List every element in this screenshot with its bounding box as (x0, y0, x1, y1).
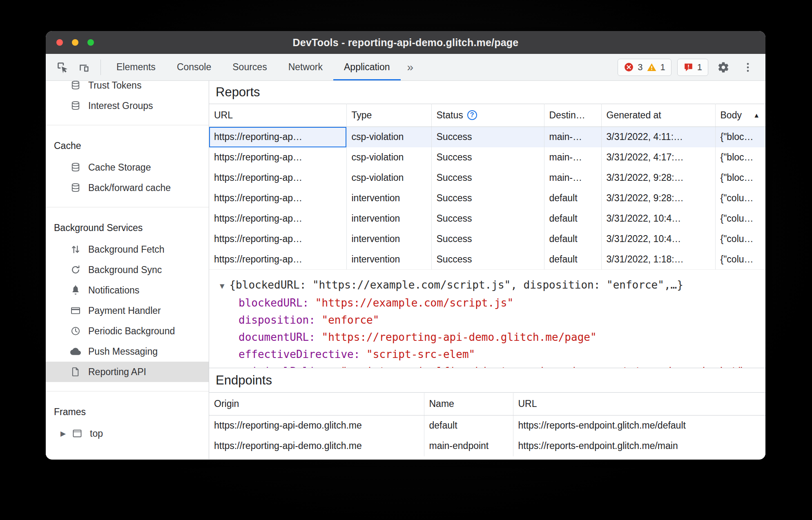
sidebar-item-label: top (90, 428, 103, 439)
report-generated-cell[interactable]: 3/31/2022, 4:11:… (601, 127, 715, 147)
report-status-cell[interactable]: Success (431, 229, 544, 249)
reports-col-status[interactable]: Status? (431, 104, 544, 127)
more-tabs-button[interactable]: » (401, 54, 420, 80)
report-type-cell[interactable]: intervention (346, 249, 431, 270)
window-minimize-button[interactable] (72, 39, 78, 46)
report-body-cell[interactable]: {"bloc… (715, 168, 765, 188)
issues-badge[interactable]: 1 (677, 59, 708, 76)
report-generated-cell[interactable]: 3/31/2022, 1:18:… (601, 249, 715, 270)
report-status-cell[interactable]: Success (431, 147, 544, 168)
sidebar-item-periodic-background[interactable]: Periodic Background (46, 321, 209, 341)
report-url-cell[interactable]: https://reporting-ap… (209, 188, 346, 209)
report-type-cell[interactable]: csp-violation (346, 147, 431, 168)
device-toolbar-icon[interactable] (74, 58, 93, 77)
sidebar-item-payment-handler[interactable]: Payment Handler (46, 300, 209, 321)
sidebar-item-background-fetch[interactable]: Background Fetch (46, 239, 209, 260)
report-status-cell[interactable]: Success (431, 209, 544, 229)
report-status-cell[interactable]: Success (431, 249, 544, 270)
report-generated-cell[interactable]: 3/31/2022, 10:4… (601, 229, 715, 249)
sidebar-item-label: Trust Tokens (88, 81, 141, 91)
report-destination-cell[interactable]: main-… (544, 127, 601, 147)
report-body-cell[interactable]: {"bloc… (715, 127, 765, 147)
sidebar-item-label: Background Sync (88, 264, 162, 276)
tab-console[interactable]: Console (166, 54, 222, 80)
help-icon[interactable]: ? (467, 110, 477, 120)
reports-col-destin[interactable]: Destin… (544, 104, 601, 127)
settings-gear-icon[interactable] (714, 58, 733, 77)
reports-col-url[interactable]: URL (209, 104, 346, 127)
report-row[interactable]: https://reporting-ap…csp-violationSucces… (209, 127, 765, 147)
report-body-cell[interactable]: {"colu… (715, 209, 765, 229)
sidebar-item-notifications[interactable]: Notifications (46, 280, 209, 300)
window-zoom-button[interactable] (87, 39, 94, 46)
report-destination-cell[interactable]: main-… (544, 168, 601, 188)
report-type-cell[interactable]: csp-violation (346, 168, 431, 188)
report-body-cell[interactable]: {"bloc… (715, 147, 765, 168)
sidebar-item-top[interactable]: ▶top (46, 423, 209, 444)
report-body-cell[interactable]: {"colu… (715, 188, 765, 209)
sidebar-item-label: Cache Storage (88, 162, 151, 173)
tab-sources[interactable]: Sources (222, 54, 277, 80)
report-url-cell[interactable]: https://reporting-ap… (209, 249, 346, 270)
window-close-button[interactable] (56, 39, 63, 46)
report-status-cell[interactable]: Success (431, 127, 544, 147)
expand-triangle-icon[interactable]: ▶ (60, 429, 69, 438)
report-generated-cell[interactable]: 3/31/2022, 9:28:… (601, 168, 715, 188)
sidebar-item-reporting-api[interactable]: Reporting API (46, 362, 209, 382)
devtools-window: DevTools - reporting-api-demo.glitch.me/… (46, 31, 765, 460)
report-url-cell[interactable]: https://reporting-ap… (209, 229, 346, 249)
report-type-cell[interactable]: csp-violation (346, 127, 431, 147)
sidebar-item-back-forward-cache[interactable]: Back/forward cache (46, 178, 209, 198)
collapse-expander-icon[interactable]: ▼ (220, 281, 224, 290)
kebab-menu-icon[interactable] (738, 58, 757, 77)
sidebar-list: Trust TokensInterest GroupsCacheCache St… (46, 81, 209, 444)
json-value: "https://reporting-api-demo.glitch.me/pa… (322, 331, 597, 343)
report-url-cell[interactable]: https://reporting-ap… (209, 168, 346, 188)
report-generated-cell[interactable]: 3/31/2022, 10:4… (601, 209, 715, 229)
inspect-element-icon[interactable] (53, 58, 72, 77)
reports-col-type[interactable]: Type (346, 104, 431, 127)
report-destination-cell[interactable]: default (544, 209, 601, 229)
report-row[interactable]: https://reporting-ap…interventionSuccess… (209, 209, 765, 229)
sidebar-item-interest-groups[interactable]: Interest Groups (46, 96, 209, 116)
console-status-badges[interactable]: 3 1 (618, 59, 671, 76)
report-destination-cell[interactable]: default (544, 188, 601, 209)
report-generated-cell[interactable]: 3/31/2022, 4:17:… (601, 147, 715, 168)
report-type-cell[interactable]: intervention (346, 209, 431, 229)
sidebar-item-label: Background Fetch (88, 244, 165, 255)
report-type-cell[interactable]: intervention (346, 229, 431, 249)
report-row[interactable]: https://reporting-ap…interventionSuccess… (209, 229, 765, 249)
report-url-cell[interactable]: https://reporting-ap… (209, 209, 346, 229)
endpoints-col-name[interactable]: Name (424, 393, 513, 416)
report-destination-cell[interactable]: default (544, 229, 601, 249)
report-row[interactable]: https://reporting-ap…interventionSuccess… (209, 188, 765, 209)
report-status-cell[interactable]: Success (431, 188, 544, 209)
tab-network[interactable]: Network (278, 54, 333, 80)
endpoints-col-origin[interactable]: Origin (209, 393, 424, 416)
sidebar-item-trust-tokens[interactable]: Trust Tokens (46, 81, 209, 96)
sidebar-item-cache-storage[interactable]: Cache Storage (46, 157, 209, 178)
warning-count: 1 (660, 62, 665, 73)
report-body-cell[interactable]: {"colu… (715, 249, 765, 270)
report-body-cell[interactable]: {"colu… (715, 229, 765, 249)
report-destination-cell[interactable]: default (544, 249, 601, 270)
report-row[interactable]: https://reporting-ap…csp-violationSucces… (209, 147, 765, 168)
tab-application[interactable]: Application (333, 54, 401, 80)
report-row[interactable]: https://reporting-ap…csp-violationSucces… (209, 168, 765, 188)
cloud-icon (70, 346, 81, 357)
sidebar-item-background-sync[interactable]: Background Sync (46, 260, 209, 280)
reports-col-generated-at[interactable]: Generated at (601, 104, 715, 127)
endpoints-col-url[interactable]: URL (513, 393, 765, 416)
sidebar-item-push-messaging[interactable]: Push Messaging (46, 341, 209, 362)
report-url-cell[interactable]: https://reporting-ap… (209, 147, 346, 168)
reports-table: URLTypeStatus?Destin…Generated atBody▲ h… (209, 104, 765, 270)
report-status-cell[interactable]: Success (431, 168, 544, 188)
report-url-cell[interactable]: https://reporting-ap… (209, 127, 346, 147)
reports-col-body[interactable]: Body▲ (715, 104, 765, 127)
endpoints-table: OriginNameURL https://reporting-api-demo… (209, 392, 765, 456)
report-destination-cell[interactable]: main-… (544, 147, 601, 168)
report-generated-cell[interactable]: 3/31/2022, 9:28:… (601, 188, 715, 209)
report-type-cell[interactable]: intervention (346, 188, 431, 209)
report-row[interactable]: https://reporting-ap…interventionSuccess… (209, 249, 765, 270)
tab-elements[interactable]: Elements (106, 54, 166, 80)
